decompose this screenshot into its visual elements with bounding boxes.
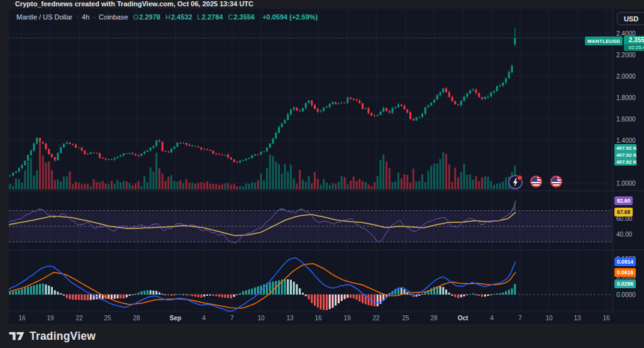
price-tick: 1.8000 bbox=[616, 94, 636, 101]
us-flag-icon[interactable] bbox=[530, 176, 542, 188]
close-label: C bbox=[228, 13, 233, 21]
time-tick: Oct bbox=[458, 315, 469, 322]
volume-series bbox=[9, 143, 516, 189]
lightning-icon[interactable] bbox=[508, 175, 523, 189]
candle-series bbox=[9, 28, 516, 177]
time-tick: 4 bbox=[490, 315, 494, 322]
time-tick: 16 bbox=[314, 315, 321, 322]
time-tick: 19 bbox=[343, 315, 350, 322]
currency-button[interactable]: USD bbox=[617, 12, 644, 25]
time-tick: 13 bbox=[574, 315, 580, 322]
interval-label[interactable]: 4h bbox=[82, 13, 89, 21]
time-tick: 16 bbox=[602, 315, 609, 322]
price-tick: 2.2000 bbox=[616, 52, 636, 59]
chart-panel[interactable]: Mantle / US Dollar · 4h · Coinbase O2.29… bbox=[9, 9, 644, 324]
price-tick: 1.0000 bbox=[616, 180, 636, 187]
time-tick: 10 bbox=[257, 315, 264, 322]
low-label: L bbox=[197, 13, 201, 21]
legend-separator: · bbox=[93, 13, 96, 21]
attribution-text: Crypto_feednews created with TradingView… bbox=[15, 0, 253, 8]
time-tick: 16 bbox=[18, 315, 25, 322]
symbol-badge-label: MANTLEUSD bbox=[585, 36, 623, 45]
notification-dot bbox=[517, 175, 523, 181]
time-tick: 28 bbox=[133, 315, 140, 322]
time-tick: 25 bbox=[402, 315, 409, 322]
symbol-title[interactable]: Mantle / US Dollar bbox=[16, 13, 72, 21]
high-label: H bbox=[165, 13, 170, 21]
macd-value-badge: 0.0914 bbox=[614, 257, 636, 266]
footer: TradingView bbox=[0, 324, 644, 348]
symbol-price-badge: MANTLEUSD 2.3556 02:25:45 bbox=[585, 36, 644, 51]
price-tick: 1.6000 bbox=[616, 116, 636, 123]
low-value: 2.2784 bbox=[202, 13, 223, 21]
volume-value-badge: 407.92 K bbox=[614, 158, 636, 166]
time-tick: 13 bbox=[286, 315, 293, 322]
change-value: +0.0594 (+2.59%) bbox=[262, 13, 318, 21]
signal-value-badge: 0.0618 bbox=[614, 268, 636, 277]
time-tick: 19 bbox=[47, 315, 53, 322]
close-value: 2.3556 bbox=[233, 13, 255, 21]
time-tick: Sep bbox=[170, 315, 181, 322]
time-tick: 25 bbox=[104, 315, 111, 322]
time-tick: 22 bbox=[75, 315, 82, 322]
time-tick: 22 bbox=[372, 315, 379, 322]
plot-svg[interactable] bbox=[9, 9, 644, 312]
open-value: 2.2978 bbox=[139, 13, 160, 21]
time-tick: 4 bbox=[202, 315, 206, 322]
high-value: 2.4532 bbox=[171, 13, 192, 21]
legend-separator: · bbox=[76, 13, 79, 21]
rsi-tick: 40.00 bbox=[616, 231, 632, 238]
time-tick: 28 bbox=[430, 315, 437, 322]
price-tick: 2.0000 bbox=[616, 73, 636, 80]
macd-tick: 0.0000 bbox=[616, 291, 636, 298]
price-tick: 1.4000 bbox=[616, 137, 636, 144]
time-tick: 10 bbox=[545, 315, 552, 322]
last-price-value: 2.3556 bbox=[624, 36, 644, 44]
time-tick: 7 bbox=[230, 315, 234, 322]
attribution-bar: Crypto_feednews created with TradingView… bbox=[15, 0, 253, 9]
symbol-legend[interactable]: Mantle / US Dollar · 4h · Coinbase O2.29… bbox=[16, 13, 321, 21]
histogram-value-badge: 0.0296 bbox=[614, 279, 636, 288]
rsi-value-badge: 82.60 bbox=[614, 196, 633, 205]
exchange-label: Coinbase bbox=[99, 13, 128, 21]
tradingview-wordmark[interactable]: TradingView bbox=[30, 330, 96, 343]
rsi-ma-value-badge: 67.68 bbox=[614, 208, 633, 216]
us-flag-icon[interactable] bbox=[550, 176, 562, 188]
time-tick: 7 bbox=[518, 315, 522, 322]
tradingview-logo-icon[interactable] bbox=[9, 331, 25, 341]
open-label: O bbox=[133, 13, 139, 21]
bar-countdown: 02:25:45 bbox=[624, 44, 644, 51]
